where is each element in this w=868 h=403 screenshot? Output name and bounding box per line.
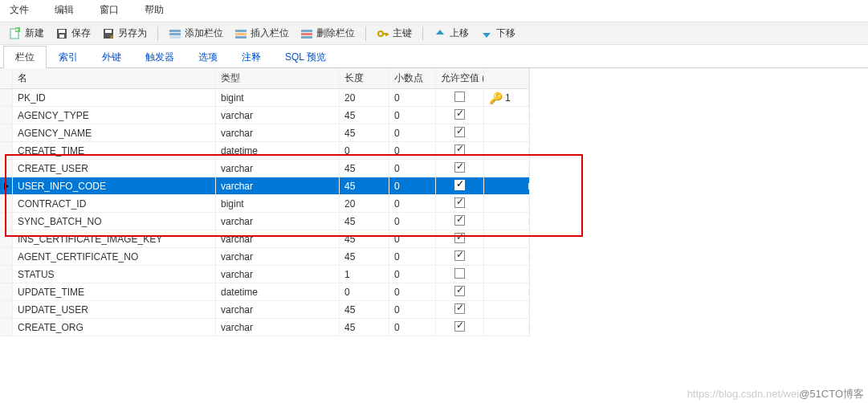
header-length[interactable]: 长度 xyxy=(340,68,389,88)
cell-decimal[interactable]: 0 xyxy=(389,195,436,213)
tab-foreign-key[interactable]: 外键 xyxy=(90,46,133,68)
cell-length[interactable]: 20 xyxy=(340,89,389,107)
cell-type[interactable]: varchar xyxy=(216,107,340,124)
table-row[interactable]: USER_INFO_CODEvarchar450 xyxy=(0,177,529,195)
cell-type[interactable]: datetime xyxy=(216,142,340,160)
nullable-checkbox[interactable] xyxy=(454,233,465,243)
cell-length[interactable]: 45 xyxy=(340,301,389,319)
cell-type[interactable]: varchar xyxy=(216,177,340,195)
tab-comment[interactable]: 注释 xyxy=(230,46,273,68)
header-nullable[interactable]: 允许空值 ( xyxy=(436,68,484,88)
cell-name[interactable]: USER_INFO_CODE xyxy=(13,177,216,195)
table-row[interactable]: AGENCY_TYPEvarchar450 xyxy=(0,107,529,124)
table-row[interactable]: CREATE_USERvarchar450 xyxy=(0,160,529,177)
cell-name[interactable]: SYNC_BATCH_NO xyxy=(13,213,216,230)
cell-nullable[interactable] xyxy=(436,124,484,143)
cell-name[interactable]: CREATE_USER xyxy=(13,160,216,177)
cell-decimal[interactable]: 0 xyxy=(389,107,436,124)
nullable-checkbox[interactable] xyxy=(454,303,465,314)
move-down-button[interactable]: 下移 xyxy=(476,25,520,42)
tab-fields[interactable]: 栏位 xyxy=(3,46,47,68)
menu-file[interactable]: 文件 xyxy=(10,3,29,17)
cell-type[interactable]: datetime xyxy=(216,283,340,301)
tab-trigger[interactable]: 触发器 xyxy=(133,46,186,68)
cell-name[interactable]: CONTRACT_ID xyxy=(13,195,216,213)
cell-length[interactable]: 45 xyxy=(340,248,389,266)
table-row[interactable]: INS_CERTIFICATE_IMAGE_KEYvarchar450 xyxy=(0,230,529,248)
cell-type[interactable]: varchar xyxy=(216,230,340,248)
move-up-button[interactable]: 上移 xyxy=(430,25,473,42)
cell-name[interactable]: AGENCY_TYPE xyxy=(13,107,216,124)
cell-nullable[interactable] xyxy=(436,88,484,108)
tab-sql-preview[interactable]: SQL 预览 xyxy=(273,46,338,68)
saveas-button[interactable]: 另存为 xyxy=(98,25,151,42)
save-button[interactable]: 保存 xyxy=(51,25,95,42)
cell-length[interactable]: 1 xyxy=(340,266,389,283)
cell-nullable[interactable] xyxy=(436,283,484,302)
nullable-checkbox[interactable] xyxy=(454,321,465,332)
nullable-checkbox[interactable] xyxy=(454,109,465,120)
table-row[interactable]: CREATE_TIMEdatetime00 xyxy=(0,142,529,160)
menu-help[interactable]: 帮助 xyxy=(145,3,164,17)
header-name[interactable]: 名 xyxy=(13,68,216,88)
cell-nullable[interactable] xyxy=(436,230,484,249)
cell-decimal[interactable]: 0 xyxy=(389,124,436,142)
header-decimal[interactable]: 小数点 xyxy=(389,68,436,88)
new-button[interactable]: 新建 xyxy=(5,25,48,42)
cell-type[interactable]: varchar xyxy=(216,266,340,283)
cell-decimal[interactable]: 0 xyxy=(389,248,436,266)
cell-type[interactable]: varchar xyxy=(216,301,340,319)
table-row[interactable]: PK_IDbigint200🔑1 xyxy=(0,89,529,107)
cell-nullable[interactable] xyxy=(436,247,484,267)
cell-length[interactable]: 0 xyxy=(340,283,389,301)
cell-type[interactable]: varchar xyxy=(216,160,340,177)
cell-nullable[interactable] xyxy=(436,318,484,337)
cell-nullable[interactable] xyxy=(436,212,484,231)
menu-window[interactable]: 窗口 xyxy=(100,3,119,17)
cell-length[interactable]: 45 xyxy=(340,107,389,124)
nullable-checkbox[interactable] xyxy=(454,268,465,279)
cell-decimal[interactable]: 0 xyxy=(389,301,436,319)
cell-decimal[interactable]: 0 xyxy=(389,266,436,283)
cell-length[interactable]: 45 xyxy=(340,319,389,336)
tab-index[interactable]: 索引 xyxy=(47,46,90,68)
cell-decimal[interactable]: 0 xyxy=(389,177,436,195)
table-row[interactable]: AGENT_CERTIFICATE_NOvarchar450 xyxy=(0,248,529,266)
cell-nullable[interactable] xyxy=(436,300,484,320)
cell-length[interactable]: 45 xyxy=(340,124,389,142)
header-type[interactable]: 类型 xyxy=(216,68,340,88)
insert-field-button[interactable]: 插入栏位 xyxy=(230,25,293,42)
table-row[interactable]: AGENCY_NAMEvarchar450 xyxy=(0,124,529,142)
nullable-checkbox[interactable] xyxy=(454,92,465,102)
cell-nullable[interactable] xyxy=(436,106,484,125)
cell-nullable[interactable] xyxy=(436,194,484,214)
table-row[interactable]: UPDATE_TIMEdatetime00 xyxy=(0,283,529,301)
cell-decimal[interactable]: 0 xyxy=(389,160,436,177)
cell-length[interactable]: 20 xyxy=(340,195,389,213)
nullable-checkbox[interactable] xyxy=(454,180,465,190)
cell-type[interactable]: varchar xyxy=(216,248,340,266)
cell-name[interactable]: CREATE_ORG xyxy=(13,319,216,336)
primary-key-button[interactable]: 主键 xyxy=(373,25,416,42)
cell-nullable[interactable] xyxy=(436,141,484,161)
cell-name[interactable]: AGENT_CERTIFICATE_NO xyxy=(13,248,216,266)
cell-type[interactable]: varchar xyxy=(216,319,340,336)
cell-length[interactable]: 45 xyxy=(340,160,389,177)
cell-type[interactable]: varchar xyxy=(216,213,340,230)
cell-name[interactable]: STATUS xyxy=(13,266,216,283)
cell-nullable[interactable] xyxy=(436,265,484,284)
cell-nullable[interactable] xyxy=(436,177,484,196)
nullable-checkbox[interactable] xyxy=(454,127,465,137)
nullable-checkbox[interactable] xyxy=(454,286,465,296)
nullable-checkbox[interactable] xyxy=(454,145,465,155)
delete-field-button[interactable]: 删除栏位 xyxy=(296,25,359,42)
table-row[interactable]: UPDATE_USERvarchar450 xyxy=(0,301,529,319)
cell-length[interactable]: 45 xyxy=(340,177,389,195)
cell-name[interactable]: PK_ID xyxy=(13,89,216,107)
cell-type[interactable]: bigint xyxy=(216,89,340,107)
cell-name[interactable]: UPDATE_USER xyxy=(13,301,216,319)
table-row[interactable]: SYNC_BATCH_NOvarchar450 xyxy=(0,213,529,230)
cell-type[interactable]: varchar xyxy=(216,124,340,142)
cell-name[interactable]: INS_CERTIFICATE_IMAGE_KEY xyxy=(13,230,216,248)
add-field-button[interactable]: 添加栏位 xyxy=(165,25,227,42)
